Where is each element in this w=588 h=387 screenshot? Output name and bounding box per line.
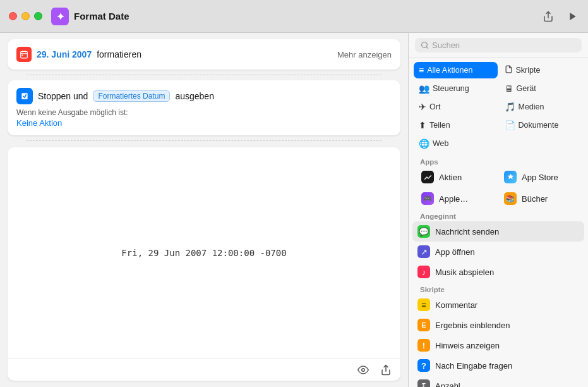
export-button[interactable] xyxy=(378,363,394,377)
buecher-label: Bücher xyxy=(522,194,548,204)
svg-rect-9 xyxy=(21,93,28,100)
stop-icon xyxy=(16,88,33,104)
output-content: Fri, 29 Jun 2007 12:00:00 -0700 xyxy=(8,147,400,359)
cat-steuerung-icon: 👥 xyxy=(419,83,429,94)
list-item-app-oeffnen[interactable]: ↗ App öffnen xyxy=(412,242,584,262)
svg-rect-4 xyxy=(21,51,28,58)
right-panel: ≡ Alle Aktionen Skripte 👥 Steuerung 🖥 Ge… xyxy=(408,33,588,387)
action1-label: formatieren xyxy=(97,49,141,59)
minimize-button[interactable] xyxy=(21,12,30,20)
list-item-buecher[interactable]: 📚 Bücher xyxy=(499,188,580,209)
kommentar-label: Kommentar xyxy=(435,300,477,310)
svg-line-14 xyxy=(426,47,428,48)
hinweis-icon: ! xyxy=(417,339,430,352)
aktien-label: Aktien xyxy=(439,173,462,182)
list-area: Apps Aktien App Store 🎮 Apple… xyxy=(409,154,588,387)
apple-icon: 🎮 xyxy=(421,192,434,205)
action-card-1-row: 29. Juni 2007 formatieren Mehr anzeigen xyxy=(16,47,392,62)
cat-web-icon: 🌐 xyxy=(419,138,429,149)
cat-steuerung[interactable]: 👥 Steuerung xyxy=(414,80,498,97)
musik-icon: ♪ xyxy=(417,266,430,278)
cat-skripte-label: Skripte xyxy=(516,66,541,75)
cat-steuerung-label: Steuerung xyxy=(433,84,469,93)
cat-ort-label: Ort xyxy=(429,102,440,111)
close-button[interactable] xyxy=(9,12,17,20)
list-item-nachricht[interactable]: 💬 Nachricht senden xyxy=(412,221,584,242)
eye-button[interactable] xyxy=(355,363,371,377)
maximize-button[interactable] xyxy=(34,12,42,20)
cat-skripte-icon xyxy=(505,65,513,75)
appstore-icon xyxy=(504,171,517,183)
svg-text:✦: ✦ xyxy=(56,11,65,22)
anzahl-label: Anzahl xyxy=(435,381,460,388)
titlebar-actions xyxy=(541,9,579,23)
cat-teilen-icon: ⬆ xyxy=(419,120,426,130)
output-text: Fri, 29 Jun 2007 12:00:00 -0700 xyxy=(121,248,286,258)
window-title: Format Date xyxy=(74,11,541,22)
appstore-label: App Store xyxy=(522,173,558,182)
cat-ort-icon: ✈ xyxy=(419,102,426,112)
svg-point-11 xyxy=(362,369,365,372)
date-value[interactable]: 29. Juni 2007 xyxy=(37,49,92,59)
cat-geraet-icon: 🖥 xyxy=(505,83,513,94)
share-button[interactable] xyxy=(541,9,555,23)
mehr-anzeigen-link[interactable]: Mehr anzeigen xyxy=(337,50,392,59)
list-item-kommentar[interactable]: ≡ Kommentar xyxy=(412,295,584,315)
buecher-icon: 📚 xyxy=(504,192,517,205)
hinweis-label: Hinweis anzeigen xyxy=(435,341,500,350)
skripte-section-label: Skripte xyxy=(412,282,584,295)
list-item-anzahl[interactable]: Σ Anzahl xyxy=(412,376,584,387)
search-input[interactable] xyxy=(432,40,576,50)
list-item-apple[interactable]: 🎮 Apple… xyxy=(416,188,498,209)
traffic-lights xyxy=(9,12,42,20)
list-item-musik[interactable]: ♪ Musik abspielen xyxy=(412,262,584,282)
eingabe-icon: ? xyxy=(417,359,430,372)
cat-skripte[interactable]: Skripte xyxy=(500,62,584,78)
eingabe-label: Nach Eingabe fragen xyxy=(435,361,512,371)
cat-geraet[interactable]: 🖥 Gerät xyxy=(500,80,584,97)
cat-teilen[interactable]: ⬆ Teilen xyxy=(414,117,498,133)
cat-dokumente-icon: 📄 xyxy=(505,120,515,130)
cat-medien-icon: 🎵 xyxy=(505,102,515,112)
left-panel: 29. Juni 2007 formatieren Mehr anzeigen xyxy=(0,33,408,387)
apps-row: Aktien App Store 🎮 Apple… 📚 Bücher xyxy=(412,167,584,209)
list-item-hinweis[interactable]: ! Hinweis anzeigen xyxy=(412,335,584,355)
cat-web-label: Web xyxy=(433,139,448,148)
action-card-1: 29. Juni 2007 formatieren Mehr anzeigen xyxy=(8,39,400,70)
list-item-ergebnis[interactable]: E Ergebnis einblenden xyxy=(412,315,584,335)
app-oeffnen-icon: ↗ xyxy=(417,245,430,258)
list-item-eingabe[interactable]: ? Nach Eingabe fragen xyxy=(412,355,584,376)
cat-alle-aktionen[interactable]: ≡ Alle Aktionen xyxy=(414,62,498,78)
nachricht-label: Nachricht senden xyxy=(435,227,499,236)
search-input-wrap xyxy=(415,38,582,52)
svg-marker-3 xyxy=(570,13,575,20)
cat-geraet-label: Gerät xyxy=(517,84,536,93)
actions-area: 29. Juni 2007 formatieren Mehr anzeigen xyxy=(0,33,408,147)
cat-web[interactable]: 🌐 Web xyxy=(414,135,498,152)
cat-medien[interactable]: 🎵 Medien xyxy=(500,99,584,115)
kommentar-icon: ≡ xyxy=(417,298,430,311)
stop-label: Stoppen und xyxy=(38,91,88,101)
cat-medien-label: Medien xyxy=(519,102,544,111)
svg-rect-8 xyxy=(22,55,23,56)
play-button[interactable] xyxy=(567,10,579,23)
musik-label: Musik abspielen xyxy=(435,267,494,277)
cat-dokumente[interactable]: 📄 Dokumente xyxy=(500,117,584,133)
formatted-datum-badge[interactable]: Formatiertes Datum xyxy=(93,90,170,102)
cat-alle-icon: ≡ xyxy=(419,65,424,75)
list-item-aktien[interactable]: Aktien xyxy=(416,167,498,187)
cat-dokumente-label: Dokumente xyxy=(519,121,559,130)
output-toolbar xyxy=(8,359,400,381)
list-item-appstore[interactable]: App Store xyxy=(499,167,580,187)
app-oeffnen-label: App öffnen xyxy=(435,247,475,257)
categories-section: ≡ Alle Aktionen Skripte 👥 Steuerung 🖥 Ge… xyxy=(409,58,588,154)
cat-ort[interactable]: ✈ Ort xyxy=(414,99,498,115)
search-bar xyxy=(409,33,588,58)
divider-2 xyxy=(27,140,381,141)
nachricht-icon: 💬 xyxy=(417,225,430,238)
anzahl-icon: Σ xyxy=(417,379,430,387)
keine-aktion-link[interactable]: Keine Aktion xyxy=(16,118,392,128)
aktien-icon xyxy=(421,171,434,183)
ergebnis-icon: E xyxy=(417,319,430,331)
main-content: 29. Juni 2007 formatieren Mehr anzeigen xyxy=(0,33,588,387)
